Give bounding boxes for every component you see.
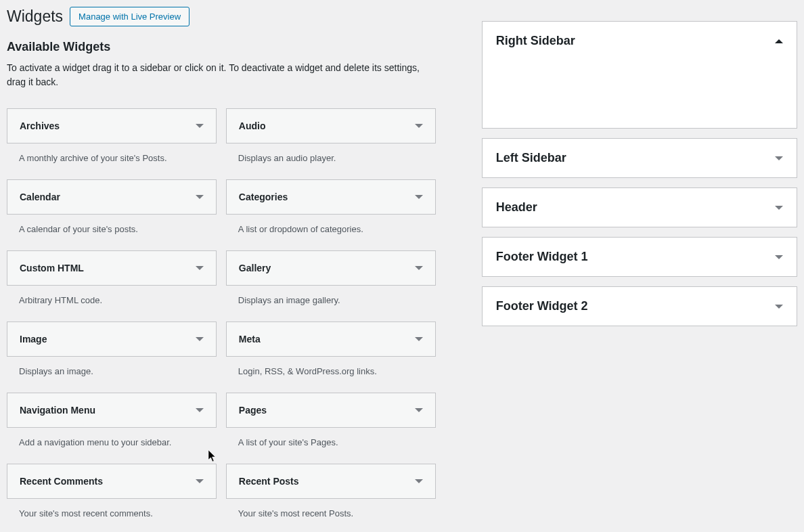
- widget-header-meta[interactable]: Meta: [226, 322, 436, 357]
- widget-description: Login, RSS, & WordPress.org links.: [226, 357, 436, 376]
- widget-header-image[interactable]: Image: [7, 322, 217, 357]
- widget-header-gallery[interactable]: Gallery: [226, 250, 436, 286]
- widget-header-audio[interactable]: Audio: [226, 108, 436, 143]
- available-widgets-panel: Available Widgets To activate a widget d…: [7, 40, 436, 532]
- widget-description: Displays an image.: [7, 357, 217, 376]
- chevron-down-icon: [196, 195, 204, 199]
- widget-custom-html: Custom HTML Arbitrary HTML code.: [7, 250, 217, 305]
- chevron-down-icon: [415, 195, 423, 199]
- chevron-up-icon: [775, 39, 783, 43]
- widget-recent-posts: Recent Posts Your site's most recent Pos…: [226, 464, 436, 518]
- sidebar-areas-panel: Right Sidebar Left Sidebar Header Footer…: [482, 21, 797, 532]
- chevron-down-icon: [196, 266, 204, 270]
- sidebar-header-left-sidebar[interactable]: Left Sidebar: [483, 139, 797, 177]
- widget-calendar: Calendar A calendar of your site's posts…: [7, 179, 217, 234]
- widget-name: Navigation Menu: [20, 405, 95, 416]
- widget-description: A monthly archive of your site's Posts.: [7, 143, 217, 163]
- widget-description: Displays an image gallery.: [226, 286, 436, 305]
- widget-audio: Audio Displays an audio player.: [226, 108, 436, 163]
- widget-archives: Archives A monthly archive of your site'…: [7, 108, 217, 163]
- widget-pages: Pages A list of your site's Pages.: [226, 393, 436, 447]
- available-widgets-title: Available Widgets: [7, 40, 436, 54]
- sidebar-title: Header: [496, 200, 537, 215]
- sidebar-area-left-sidebar: Left Sidebar: [482, 138, 797, 178]
- available-widgets-description: To activate a widget drag it to a sideba…: [7, 61, 436, 89]
- widget-header-categories[interactable]: Categories: [226, 179, 436, 215]
- widget-categories: Categories A list or dropdown of categor…: [226, 179, 436, 234]
- widget-header-recent-comments[interactable]: Recent Comments: [7, 464, 217, 499]
- chevron-down-icon: [775, 156, 783, 160]
- chevron-down-icon: [775, 255, 783, 259]
- chevron-down-icon: [775, 206, 783, 210]
- widget-header-archives[interactable]: Archives: [7, 108, 217, 143]
- chevron-down-icon: [196, 479, 204, 483]
- widget-gallery: Gallery Displays an image gallery.: [226, 250, 436, 305]
- sidebar-header-footer-widget-1[interactable]: Footer Widget 1: [483, 238, 797, 276]
- sidebar-area-footer-widget-1: Footer Widget 1: [482, 237, 797, 277]
- widget-name: Recent Posts: [239, 476, 299, 487]
- widget-name: Categories: [239, 192, 288, 202]
- sidebar-header-header[interactable]: Header: [483, 188, 797, 227]
- widget-description: A list of your site's Pages.: [226, 428, 436, 447]
- page-title: Widgets: [7, 7, 63, 26]
- widget-name: Calendar: [20, 192, 60, 202]
- widget-name: Gallery: [239, 263, 271, 273]
- widget-description: Add a navigation menu to your sidebar.: [7, 428, 217, 447]
- widget-image: Image Displays an image.: [7, 322, 217, 376]
- chevron-down-icon: [415, 479, 423, 483]
- widget-meta: Meta Login, RSS, & WordPress.org links.: [226, 322, 436, 376]
- sidebar-title: Footer Widget 1: [496, 250, 588, 264]
- widget-description: Your site's most recent comments.: [7, 499, 217, 518]
- chevron-down-icon: [415, 337, 423, 341]
- chevron-down-icon: [775, 305, 783, 309]
- chevron-down-icon: [415, 408, 423, 412]
- sidebar-title: Footer Widget 2: [496, 299, 588, 313]
- widget-header-calendar[interactable]: Calendar: [7, 179, 217, 215]
- widget-name: Image: [20, 334, 47, 345]
- widget-name: Recent Comments: [20, 476, 103, 487]
- sidebar-header-footer-widget-2[interactable]: Footer Widget 2: [483, 287, 797, 326]
- widget-description: Displays an audio player.: [226, 143, 436, 163]
- widget-name: Meta: [239, 334, 261, 345]
- widget-header-custom-html[interactable]: Custom HTML: [7, 250, 217, 286]
- widget-navigation-menu: Navigation Menu Add a navigation menu to…: [7, 393, 217, 447]
- chevron-down-icon: [196, 408, 204, 412]
- widget-description: Your site's most recent Posts.: [226, 499, 436, 518]
- widget-name: Custom HTML: [20, 263, 84, 273]
- chevron-down-icon: [415, 124, 423, 128]
- widget-header-pages[interactable]: Pages: [226, 393, 436, 428]
- widget-description: A calendar of your site's posts.: [7, 215, 217, 234]
- widget-recent-comments: Recent Comments Your site's most recent …: [7, 464, 217, 518]
- sidebar-header-right-sidebar[interactable]: Right Sidebar: [483, 22, 797, 60]
- chevron-down-icon: [196, 124, 204, 128]
- widget-header-navigation-menu[interactable]: Navigation Menu: [7, 393, 217, 428]
- sidebar-area-footer-widget-2: Footer Widget 2: [482, 286, 797, 326]
- widget-name: Archives: [20, 120, 60, 131]
- manage-live-preview-button[interactable]: Manage with Live Preview: [70, 7, 189, 26]
- widget-name: Pages: [239, 405, 267, 416]
- sidebar-area-right-sidebar: Right Sidebar: [482, 21, 797, 129]
- widget-header-recent-posts[interactable]: Recent Posts: [226, 464, 436, 499]
- chevron-down-icon: [415, 266, 423, 270]
- sidebar-title: Right Sidebar: [496, 34, 575, 48]
- widget-description: A list or dropdown of categories.: [226, 215, 436, 234]
- widget-name: Audio: [239, 120, 266, 131]
- widget-description: Arbitrary HTML code.: [7, 286, 217, 305]
- sidebar-area-header: Header: [482, 187, 797, 227]
- sidebar-title: Left Sidebar: [496, 151, 566, 165]
- chevron-down-icon: [196, 337, 204, 341]
